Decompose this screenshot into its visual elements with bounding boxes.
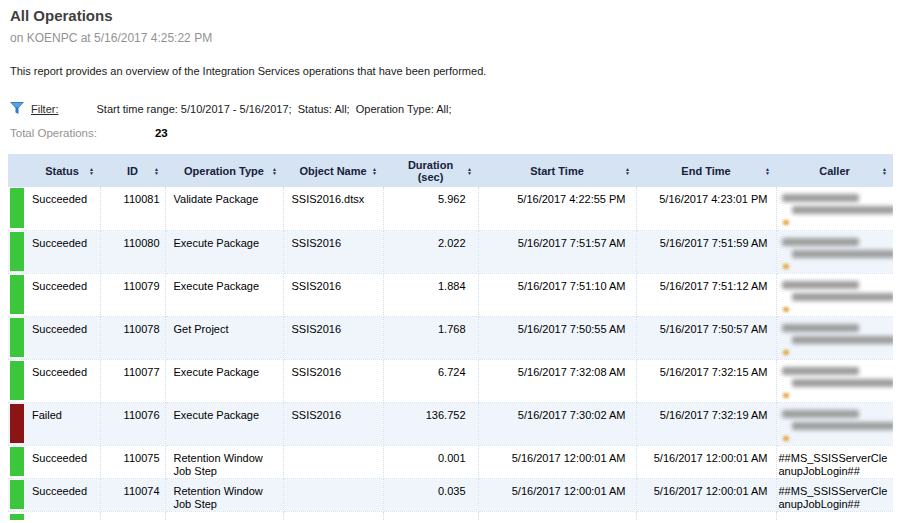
cell-end: 5/16/2017 7:32:15 AM [636, 359, 776, 402]
cell-empty [383, 511, 478, 520]
cell-end: 5/16/2017 12:00:01 AM [636, 445, 776, 478]
cell-end: 5/16/2017 7:50:57 AM [636, 316, 776, 359]
cell-duration: 6.724 [383, 359, 478, 402]
cell-caller: ##MS_SSISServerCleanupJobLogin## [776, 478, 893, 511]
cell-duration: 2.022 [383, 230, 478, 273]
sort-icon[interactable]: ▲▼ [625, 167, 630, 175]
filter-funnel-icon [10, 102, 24, 115]
cell-status: Succeeded [24, 273, 100, 316]
cell-duration: 1.768 [383, 316, 478, 359]
table-row: Succeeded110081Validate PackageSSIS2016.… [8, 187, 893, 230]
status-indicator [10, 404, 24, 443]
status-indicator [10, 275, 24, 314]
cell-duration: 0.035 [383, 478, 478, 511]
table-row-partial [8, 511, 893, 520]
sort-icon[interactable]: ▲▼ [154, 167, 159, 175]
sort-icon[interactable]: ▲▼ [765, 167, 770, 175]
cell-id: 110077 [100, 359, 165, 402]
cell-objname [283, 445, 383, 478]
cell-status: Succeeded [24, 359, 100, 402]
column-header-caller[interactable]: Caller▲▼ [776, 154, 893, 187]
cell-id: 110075 [100, 445, 165, 478]
cell-start: 5/16/2017 12:00:01 AM [478, 445, 636, 478]
cell-empty [636, 511, 776, 520]
column-label: End Time [681, 165, 730, 177]
table-row: Succeeded110077Execute PackageSSIS20166.… [8, 359, 893, 402]
column-label: Caller [819, 165, 850, 177]
cell-optype: Get Project [165, 316, 283, 359]
cell-optype: Execute Package [165, 359, 283, 402]
cell-empty [165, 511, 283, 520]
cell-optype: Retention Window Job Step [165, 445, 283, 478]
operations-table: Status▲▼ID▲▼Operation Type▲▼Object Name▲… [8, 154, 893, 520]
cell-id: 110080 [100, 230, 165, 273]
column-header-duration[interactable]: Duration (sec)▲▼ [383, 154, 478, 187]
cell-id: 110081 [100, 187, 165, 230]
cell-end: 5/16/2017 12:00:01 AM [636, 478, 776, 511]
status-indicator [10, 318, 24, 357]
cell-objname: SSIS2016 [283, 230, 383, 273]
status-indicator [10, 361, 24, 400]
filter-link[interactable]: Filter: [31, 103, 59, 115]
cell-objname: SSIS2016.dtsx [283, 187, 383, 230]
column-header-optype[interactable]: Operation Type▲▼ [165, 154, 283, 187]
cell-start: 5/16/2017 7:30:02 AM [478, 402, 636, 445]
cell-status-bar [8, 230, 24, 273]
sort-icon[interactable]: ▲▼ [372, 167, 377, 175]
cell-id: 110074 [100, 478, 165, 511]
cell-end: 5/16/2017 7:51:59 AM [636, 230, 776, 273]
cell-empty [24, 511, 100, 520]
cell-status-bar [8, 187, 24, 230]
sort-icon[interactable]: ▲▼ [882, 167, 887, 175]
total-operations: Total Operations: 23 [10, 127, 900, 139]
cell-optype: Retention Window Job Step [165, 478, 283, 511]
sort-icon[interactable]: ▲▼ [467, 167, 472, 175]
status-indicator [10, 447, 24, 476]
column-label: Duration (sec) [402, 159, 460, 183]
total-operations-label: Total Operations: [10, 127, 97, 139]
column-label: Operation Type [184, 165, 264, 177]
cell-end: 5/16/2017 7:51:12 AM [636, 273, 776, 316]
cell-empty [478, 511, 636, 520]
cell-empty [776, 511, 893, 520]
column-header-end[interactable]: End Time▲▼ [636, 154, 776, 187]
column-header-id[interactable]: ID▲▼ [100, 154, 165, 187]
column-label: Status [45, 165, 79, 177]
cell-objname [283, 478, 383, 511]
report-description: This report provides an overview of the … [10, 65, 900, 77]
table-row: Succeeded110078Get ProjectSSIS20161.7685… [8, 316, 893, 359]
sort-icon[interactable]: ▲▼ [89, 167, 94, 175]
all-operations-report: All Operations on KOENPC at 5/16/2017 4:… [0, 7, 900, 523]
column-label: Start Time [530, 165, 584, 177]
redacted-caller [779, 280, 894, 312]
cell-duration: 0.001 [383, 445, 478, 478]
cell-start: 5/16/2017 12:00:01 AM [478, 478, 636, 511]
status-indicator [10, 514, 24, 521]
cell-start: 5/16/2017 7:51:57 AM [478, 230, 636, 273]
status-indicator [10, 232, 24, 271]
cell-caller [776, 273, 893, 316]
table-row: Succeeded110074Retention Window Job Step… [8, 478, 893, 511]
column-header-start[interactable]: Start Time▲▼ [478, 154, 636, 187]
cell-status-bar [8, 316, 24, 359]
table-row: Succeeded110080Execute PackageSSIS20162.… [8, 230, 893, 273]
redacted-caller [779, 323, 894, 355]
column-header-objname[interactable]: Object Name▲▼ [283, 154, 383, 187]
cell-start: 5/16/2017 4:22:55 PM [478, 187, 636, 230]
page-title: All Operations [10, 7, 900, 24]
column-header-status[interactable]: Status▲▼ [24, 154, 100, 187]
cell-empty [283, 511, 383, 520]
report-subtitle: on KOENPC at 5/16/2017 4:25:22 PM [10, 31, 900, 45]
table-row: Succeeded110079Execute PackageSSIS20161.… [8, 273, 893, 316]
cell-objname: SSIS2016 [283, 402, 383, 445]
cell-status-bar [8, 402, 24, 445]
cell-status: Succeeded [24, 316, 100, 359]
cell-caller [776, 359, 893, 402]
cell-status-bar [8, 478, 24, 511]
redacted-caller [779, 409, 894, 441]
cell-caller [776, 230, 893, 273]
cell-start: 5/16/2017 7:51:10 AM [478, 273, 636, 316]
sort-icon[interactable]: ▲▼ [272, 167, 277, 175]
cell-duration: 136.752 [383, 402, 478, 445]
cell-caller [776, 402, 893, 445]
